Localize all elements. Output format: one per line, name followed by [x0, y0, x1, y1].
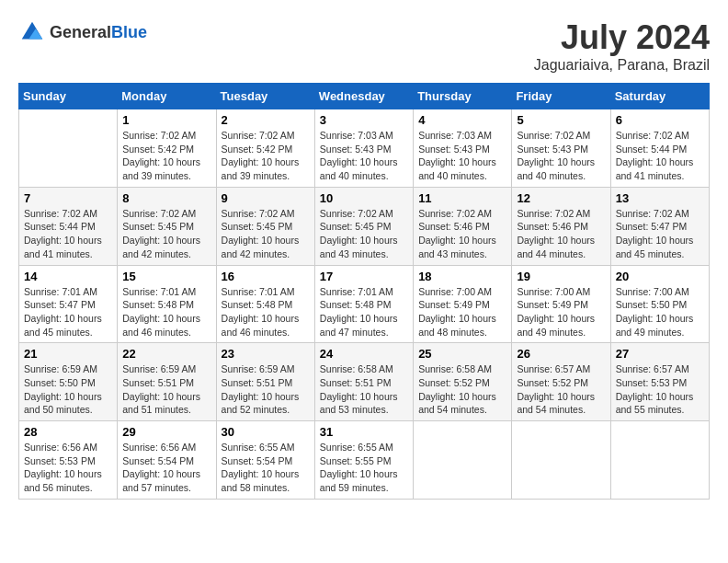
day-number: 29 [122, 425, 210, 439]
logo-general-text: General [50, 23, 111, 41]
day-info: Sunrise: 7:00 AMSunset: 5:49 PMDaylight:… [517, 285, 605, 339]
weekday-header: Saturday [610, 84, 709, 109]
calendar-cell: 3Sunrise: 7:03 AMSunset: 5:43 PMDaylight… [314, 109, 413, 188]
calendar-cell: 28Sunrise: 6:56 AMSunset: 5:53 PMDayligh… [19, 421, 118, 500]
day-number: 28 [24, 425, 112, 439]
day-number: 24 [320, 347, 408, 361]
weekday-header: Wednesday [314, 84, 413, 109]
day-info: Sunrise: 7:03 AMSunset: 5:43 PMDaylight:… [320, 129, 408, 183]
day-info: Sunrise: 7:03 AMSunset: 5:43 PMDaylight:… [418, 129, 506, 183]
calendar-cell: 6Sunrise: 7:02 AMSunset: 5:44 PMDaylight… [610, 109, 709, 188]
calendar-cell: 12Sunrise: 7:02 AMSunset: 5:46 PMDayligh… [512, 187, 610, 265]
day-info: Sunrise: 6:59 AMSunset: 5:51 PMDaylight:… [222, 362, 310, 417]
calendar-week-row: 1Sunrise: 7:02 AMSunset: 5:42 PMDaylight… [19, 109, 710, 188]
calendar-cell: 15Sunrise: 7:01 AMSunset: 5:48 PMDayligh… [118, 265, 216, 343]
day-number: 31 [320, 425, 408, 439]
day-info: Sunrise: 7:02 AMSunset: 5:45 PMDaylight:… [122, 207, 210, 261]
calendar-cell: 8Sunrise: 7:02 AMSunset: 5:45 PMDaylight… [118, 187, 216, 265]
logo-blue-text: Blue [111, 23, 147, 41]
weekday-header: Monday [118, 84, 216, 109]
calendar-cell: 20Sunrise: 7:00 AMSunset: 5:50 PMDayligh… [610, 265, 709, 343]
day-info: Sunrise: 7:02 AMSunset: 5:46 PMDaylight:… [418, 207, 506, 261]
calendar-cell: 5Sunrise: 7:02 AMSunset: 5:43 PMDaylight… [512, 109, 610, 188]
day-info: Sunrise: 7:02 AMSunset: 5:43 PMDaylight:… [517, 129, 605, 183]
day-info: Sunrise: 7:02 AMSunset: 5:44 PMDaylight:… [24, 207, 112, 261]
day-number: 21 [24, 347, 112, 361]
day-number: 6 [616, 113, 704, 127]
calendar-cell [512, 421, 610, 500]
calendar-week-row: 28Sunrise: 6:56 AMSunset: 5:53 PMDayligh… [19, 421, 710, 500]
day-number: 1 [122, 113, 210, 127]
day-info: Sunrise: 6:59 AMSunset: 5:51 PMDaylight:… [122, 362, 210, 417]
day-info: Sunrise: 7:01 AMSunset: 5:47 PMDaylight:… [24, 285, 112, 339]
weekday-header: Sunday [19, 84, 118, 109]
calendar-week-row: 7Sunrise: 7:02 AMSunset: 5:44 PMDaylight… [19, 187, 710, 265]
day-info: Sunrise: 6:59 AMSunset: 5:50 PMDaylight:… [24, 362, 112, 417]
day-number: 17 [320, 270, 408, 283]
calendar-cell: 23Sunrise: 6:59 AMSunset: 5:51 PMDayligh… [216, 343, 314, 421]
calendar-table: SundayMondayTuesdayWednesdayThursdayFrid… [18, 83, 710, 500]
calendar-cell: 7Sunrise: 7:02 AMSunset: 5:44 PMDaylight… [19, 187, 118, 265]
day-info: Sunrise: 6:58 AMSunset: 5:52 PMDaylight:… [418, 362, 506, 417]
day-number: 25 [418, 347, 506, 361]
day-number: 14 [24, 270, 112, 283]
day-number: 13 [616, 191, 704, 205]
logo: GeneralBlue [18, 18, 147, 46]
calendar-cell: 24Sunrise: 6:58 AMSunset: 5:51 PMDayligh… [314, 343, 413, 421]
month-year-title: July 2024 [534, 18, 710, 57]
day-number: 11 [418, 191, 506, 205]
calendar-cell: 4Sunrise: 7:03 AMSunset: 5:43 PMDaylight… [414, 109, 512, 188]
calendar-cell: 13Sunrise: 7:02 AMSunset: 5:47 PMDayligh… [610, 187, 709, 265]
calendar-cell: 25Sunrise: 6:58 AMSunset: 5:52 PMDayligh… [414, 343, 512, 421]
day-info: Sunrise: 6:55 AMSunset: 5:54 PMDaylight:… [222, 441, 310, 495]
day-number: 26 [517, 347, 605, 361]
day-info: Sunrise: 7:02 AMSunset: 5:45 PMDaylight:… [320, 207, 408, 261]
day-info: Sunrise: 7:02 AMSunset: 5:42 PMDaylight:… [222, 129, 310, 183]
day-info: Sunrise: 6:58 AMSunset: 5:51 PMDaylight:… [320, 362, 408, 417]
calendar-cell [19, 109, 118, 188]
day-info: Sunrise: 7:00 AMSunset: 5:50 PMDaylight:… [616, 285, 704, 339]
calendar-cell: 14Sunrise: 7:01 AMSunset: 5:47 PMDayligh… [19, 265, 118, 343]
page-header: GeneralBlue July 2024 Jaguariaiva, Paran… [18, 18, 710, 74]
day-info: Sunrise: 6:57 AMSunset: 5:53 PMDaylight:… [616, 362, 704, 417]
calendar-cell: 26Sunrise: 6:57 AMSunset: 5:52 PMDayligh… [512, 343, 610, 421]
calendar-cell: 19Sunrise: 7:00 AMSunset: 5:49 PMDayligh… [512, 265, 610, 343]
day-info: Sunrise: 7:02 AMSunset: 5:42 PMDaylight:… [122, 129, 210, 183]
calendar-cell: 1Sunrise: 7:02 AMSunset: 5:42 PMDaylight… [118, 109, 216, 188]
calendar-cell: 16Sunrise: 7:01 AMSunset: 5:48 PMDayligh… [216, 265, 314, 343]
title-area: July 2024 Jaguariaiva, Parana, Brazil [534, 18, 710, 74]
day-number: 7 [24, 191, 112, 205]
calendar-week-row: 21Sunrise: 6:59 AMSunset: 5:50 PMDayligh… [19, 343, 710, 421]
day-number: 16 [222, 270, 310, 283]
calendar-cell: 22Sunrise: 6:59 AMSunset: 5:51 PMDayligh… [118, 343, 216, 421]
day-number: 27 [616, 347, 704, 361]
day-number: 22 [122, 347, 210, 361]
calendar-cell: 21Sunrise: 6:59 AMSunset: 5:50 PMDayligh… [19, 343, 118, 421]
day-info: Sunrise: 7:02 AMSunset: 5:45 PMDaylight:… [222, 207, 310, 261]
day-number: 19 [517, 270, 605, 283]
calendar-cell: 18Sunrise: 7:00 AMSunset: 5:49 PMDayligh… [414, 265, 512, 343]
day-info: Sunrise: 6:56 AMSunset: 5:53 PMDaylight:… [24, 441, 112, 495]
day-number: 3 [320, 113, 408, 127]
day-number: 2 [222, 113, 310, 127]
calendar-cell: 30Sunrise: 6:55 AMSunset: 5:54 PMDayligh… [216, 421, 314, 500]
weekday-header-row: SundayMondayTuesdayWednesdayThursdayFrid… [19, 84, 710, 109]
day-number: 15 [122, 270, 210, 283]
day-info: Sunrise: 6:57 AMSunset: 5:52 PMDaylight:… [517, 362, 605, 417]
calendar-cell: 9Sunrise: 7:02 AMSunset: 5:45 PMDaylight… [216, 187, 314, 265]
location-subtitle: Jaguariaiva, Parana, Brazil [534, 57, 710, 74]
calendar-cell [610, 421, 709, 500]
day-info: Sunrise: 7:00 AMSunset: 5:49 PMDaylight:… [418, 285, 506, 339]
calendar-week-row: 14Sunrise: 7:01 AMSunset: 5:47 PMDayligh… [19, 265, 710, 343]
weekday-header: Thursday [414, 84, 512, 109]
logo-icon [18, 18, 46, 46]
day-number: 9 [222, 191, 310, 205]
weekday-header: Friday [512, 84, 610, 109]
day-number: 20 [616, 270, 704, 283]
day-info: Sunrise: 7:02 AMSunset: 5:44 PMDaylight:… [616, 129, 704, 183]
calendar-cell: 29Sunrise: 6:56 AMSunset: 5:54 PMDayligh… [118, 421, 216, 500]
weekday-header: Tuesday [216, 84, 314, 109]
calendar-cell: 11Sunrise: 7:02 AMSunset: 5:46 PMDayligh… [414, 187, 512, 265]
day-number: 8 [122, 191, 210, 205]
day-number: 23 [222, 347, 310, 361]
